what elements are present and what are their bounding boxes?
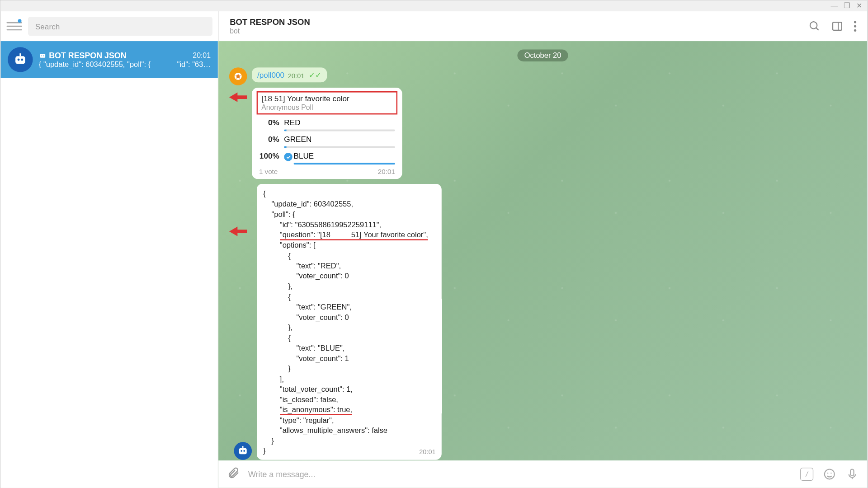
check-icon: [284, 153, 292, 161]
maximize-button[interactable]: ❐: [844, 2, 850, 10]
chat-preview: { "update_id": 603402555, "poll": { "id"…: [39, 60, 211, 68]
svg-point-18: [825, 469, 835, 479]
more-icon[interactable]: [854, 21, 856, 32]
svg-marker-12: [229, 93, 247, 102]
poll-header: [18 51] Your favorite color Anonymous Po…: [257, 91, 398, 114]
search-icon[interactable]: [809, 20, 821, 32]
message-composer: Write a message... /: [218, 460, 867, 488]
chat-name: BOT RESPON JSON: [39, 51, 127, 60]
user-avatar-icon[interactable]: [229, 67, 247, 85]
minimize-button[interactable]: —: [830, 2, 838, 10]
svg-point-10: [43, 55, 44, 56]
svg-point-6: [21, 59, 23, 61]
read-checks-icon: ✓✓: [309, 70, 322, 80]
poll-option[interactable]: 0% RED: [259, 118, 395, 131]
close-button[interactable]: ✕: [856, 2, 862, 10]
chat-time: 20:01: [193, 52, 211, 60]
chat-header[interactable]: BOT RESPON JSON bot: [230, 17, 310, 35]
search-input[interactable]: Search: [28, 17, 212, 36]
svg-line-1: [816, 28, 818, 30]
chat-subtitle: bot: [230, 27, 310, 35]
svg-marker-13: [229, 227, 247, 236]
command-link[interactable]: /poll000: [257, 70, 284, 80]
date-badge: October 20: [517, 50, 568, 61]
message-time: 20:01: [378, 168, 395, 175]
svg-rect-21: [850, 469, 854, 476]
window-controls: — ❐ ✕: [0, 0, 867, 11]
attach-icon[interactable]: [227, 466, 240, 482]
vote-count: 1 vote: [259, 168, 278, 175]
emoji-icon[interactable]: [823, 468, 836, 481]
poll-question: [18 51] Your favorite color: [261, 94, 392, 103]
bot-avatar-icon[interactable]: [234, 441, 252, 460]
microphone-icon[interactable]: [845, 468, 859, 481]
poll-message[interactable]: [18 51] Your favorite color Anonymous Po…: [252, 88, 402, 179]
svg-point-15: [241, 450, 242, 451]
poll-option[interactable]: 0% GREEN: [259, 135, 395, 148]
annotation-arrow-icon: [229, 225, 247, 237]
poll-type-label: Anonymous Poll: [261, 103, 392, 111]
bot-avatar-icon: [8, 47, 33, 72]
svg-point-9: [41, 55, 42, 56]
outgoing-message[interactable]: /poll000 20:01 ✓✓: [252, 67, 327, 82]
message-time: 20:01: [288, 72, 304, 80]
svg-point-5: [18, 59, 20, 61]
annotation-arrow-icon: [229, 91, 247, 103]
message-input[interactable]: Write a message...: [248, 470, 792, 479]
svg-rect-4: [15, 56, 25, 64]
svg-rect-2: [833, 22, 842, 30]
svg-rect-14: [239, 448, 247, 454]
svg-point-0: [810, 22, 817, 28]
poll-option[interactable]: 100% BLUE: [259, 151, 395, 164]
sidebar-toggle-icon[interactable]: [831, 20, 843, 32]
svg-rect-7: [19, 53, 21, 56]
command-icon[interactable]: /: [800, 468, 813, 481]
chat-title: BOT RESPON JSON: [230, 17, 310, 27]
json-message[interactable]: { "update_id": 603402555, "poll": { "id"…: [257, 184, 442, 460]
svg-point-20: [830, 473, 831, 474]
menu-icon[interactable]: [7, 19, 22, 34]
bot-badge-icon: [39, 52, 47, 59]
chat-list: BOT RESPON JSON 20:01 { "update_id": 603…: [0, 41, 218, 488]
svg-rect-8: [40, 53, 45, 57]
message-time: 20:01: [419, 447, 435, 456]
chat-list-item[interactable]: BOT RESPON JSON 20:01 { "update_id": 603…: [0, 41, 217, 78]
svg-rect-17: [242, 446, 243, 448]
svg-point-19: [827, 473, 828, 474]
svg-point-16: [243, 450, 245, 451]
